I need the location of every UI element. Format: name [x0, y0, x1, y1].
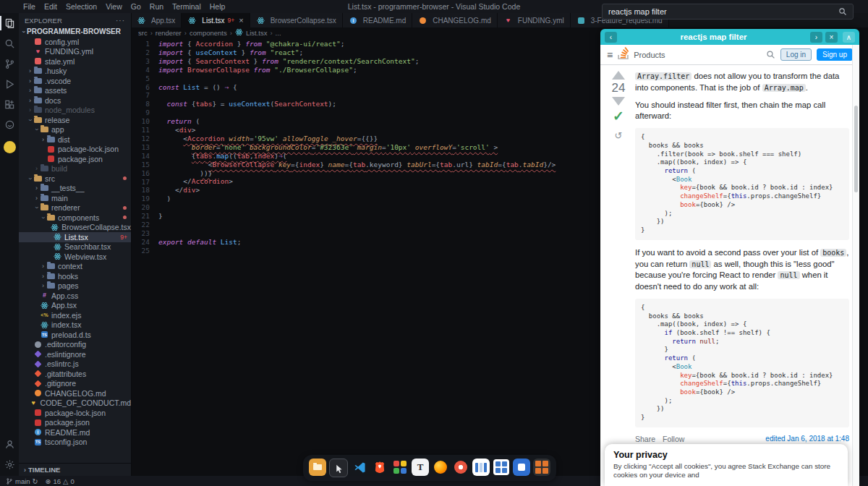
tree-item-pages[interactable]: ›pages — [19, 281, 131, 291]
tree-item-.eslintignore[interactable]: .eslintignore — [19, 349, 131, 359]
dock-icon-brave[interactable] — [371, 459, 388, 476]
tab-README.md[interactable]: iREADME.md — [343, 13, 412, 27]
dock-icon-orange[interactable] — [452, 459, 469, 476]
share-link[interactable]: Share — [635, 435, 655, 443]
app-search-bar[interactable]: reactjs map filter — [602, 4, 854, 20]
tree-item-tsconfig.json[interactable]: TStsconfig.json — [19, 438, 131, 448]
dock-icon-grid[interactable] — [493, 459, 510, 476]
tree-item-.vscode[interactable]: ›.vscode — [19, 76, 131, 86]
breadcrumb-item[interactable]: ... — [276, 29, 281, 37]
tree-item-docs[interactable]: ›docs — [19, 95, 131, 106]
tree-item-package-lock.json[interactable]: package-lock.json — [19, 145, 131, 155]
breadcrumb-item[interactable]: components — [190, 29, 227, 37]
back-button[interactable]: ‹ — [605, 32, 617, 43]
breadcrumb-item[interactable]: renderer — [156, 29, 182, 37]
dock-icon-tiles[interactable] — [533, 459, 550, 476]
tree-item-Searchbar.tsx[interactable]: Searchbar.tsx — [19, 242, 131, 252]
tree-item-app[interactable]: ›app — [19, 125, 131, 135]
explorer-icon[interactable] — [0, 13, 19, 33]
problems-indicator[interactable]: ⊗ 16 △ 0 — [46, 477, 75, 485]
tree-item-package.json[interactable]: package.json — [19, 154, 131, 164]
tree-item-Webview.tsx[interactable]: Webview.tsx — [19, 252, 131, 262]
login-button[interactable]: Log in — [780, 48, 812, 61]
tree-item-build[interactable]: ›build — [19, 164, 131, 174]
tree-item-FUNDING.yml[interactable]: ♥FUNDING.yml — [19, 47, 131, 57]
page-scrollbar[interactable] — [852, 45, 859, 486]
tree-item-App.tsx[interactable]: App.tsx — [19, 301, 131, 311]
tree-item-components[interactable]: ›components — [19, 213, 131, 223]
tree-item-src[interactable]: ›src — [19, 174, 131, 184]
dock-icon-firefox[interactable] — [432, 459, 449, 476]
dock-icon-pointer[interactable] — [329, 459, 348, 477]
tree-item-App.css[interactable]: #App.css — [19, 291, 131, 301]
tree-item-package.json[interactable]: package.json — [19, 418, 131, 428]
tree-item-README.md[interactable]: iREADME.md — [19, 427, 131, 438]
menu-go[interactable]: Go — [127, 2, 145, 11]
dock-icon-appblue[interactable] — [513, 459, 530, 476]
tree-item-stale.yml[interactable]: stale.yml — [19, 56, 131, 67]
tree-item-config.yml[interactable]: config.yml — [19, 37, 131, 47]
tree-item-context[interactable]: ›context — [19, 262, 131, 272]
menu-view[interactable]: View — [101, 2, 127, 11]
tab-BrowserCollapse.tsx[interactable]: BrowserCollapse.tsx — [250, 13, 343, 27]
source-control-icon[interactable] — [0, 54, 19, 74]
extension-avatar-icon[interactable] — [0, 135, 19, 155]
scrollbar-thumb[interactable] — [854, 106, 858, 192]
more-actions-icon[interactable]: ··· — [116, 17, 125, 25]
upvote-icon[interactable] — [612, 71, 625, 80]
tree-item-.husky[interactable]: ›.husky — [19, 67, 131, 77]
menu-edit[interactable]: Edit — [40, 2, 61, 11]
menu-terminal[interactable]: Terminal — [168, 2, 205, 11]
tree-item-.gitattributes[interactable]: .gitattributes — [19, 369, 131, 379]
breadcrumb-item[interactable]: src — [138, 29, 148, 37]
tree-item-.eslintrc.js[interactable]: .eslintrc.js — [19, 359, 131, 370]
forward-button[interactable]: › — [810, 32, 822, 43]
tree-item-main[interactable]: ›main — [19, 193, 131, 203]
tree-item-BrowserCollapse.tsx[interactable]: BrowserCollapse.tsx — [19, 223, 131, 233]
tab-List.tsx[interactable]: List.tsx9+× — [182, 13, 250, 27]
stackoverflow-logo-icon[interactable] — [618, 47, 629, 62]
search-icon[interactable] — [0, 33, 19, 54]
history-icon[interactable]: ↺ — [615, 130, 623, 141]
settings-gear-icon[interactable] — [0, 454, 19, 474]
tree-item-dist[interactable]: ›dist — [19, 135, 131, 145]
tree-item-assets[interactable]: ›assets — [19, 86, 131, 96]
tree-item-node_modules[interactable]: ›node_modules — [19, 106, 131, 116]
project-root[interactable]: › PROGRAMMER-BROWSER — [19, 27, 131, 37]
menu-help[interactable]: Help — [205, 2, 230, 11]
tab-App.tsx[interactable]: App.tsx — [131, 13, 182, 27]
dock-icon-files[interactable] — [309, 459, 326, 476]
run-debug-icon[interactable] — [0, 74, 19, 94]
search-icon[interactable] — [838, 7, 847, 16]
timeline-section[interactable]: › TIMELINE — [19, 463, 131, 476]
code-block[interactable]: { books && books .map((book, index) => {… — [635, 299, 849, 427]
branch-indicator[interactable]: main ↻ — [6, 477, 38, 485]
tab-FUNDING.yml[interactable]: ♥FUNDING.yml — [498, 13, 571, 27]
tree-item-hooks[interactable]: ›hooks — [19, 271, 131, 281]
follow-link[interactable]: Follow — [663, 435, 684, 443]
close-tab-icon[interactable]: × — [239, 16, 243, 25]
breadcrumb-item[interactable]: List.tsx — [246, 29, 268, 37]
search-icon[interactable] — [766, 50, 775, 59]
dock-icon-panels[interactable] — [472, 459, 490, 476]
downvote-icon[interactable] — [612, 97, 625, 106]
tree-item-renderer[interactable]: ›renderer — [19, 203, 131, 213]
dock-icon-text[interactable]: T — [412, 459, 429, 476]
menu-run[interactable]: Run — [145, 2, 168, 11]
edited-link[interactable]: edited Jan 6, 2018 at 1:48 — [765, 435, 849, 443]
tree-item-CODE_OF_CONDUCT.md[interactable]: ♥CODE_OF_CONDUCT.md — [19, 398, 131, 409]
hamburger-menu-icon[interactable]: ≡ — [607, 49, 613, 61]
dock-icon-colors[interactable] — [391, 459, 409, 476]
signup-button[interactable]: Sign up — [817, 48, 853, 61]
tree-item-.editorconfig[interactable]: .editorconfig — [19, 340, 131, 350]
tree-item-package-lock.json[interactable]: package-lock.json — [19, 408, 131, 418]
tree-item-CHANGELOG.md[interactable]: CHANGELOG.md — [19, 388, 131, 398]
menu-selection[interactable]: Selection — [61, 2, 101, 11]
collapse-button[interactable]: ∧ — [843, 32, 855, 43]
tree-item-index.tsx[interactable]: index.tsx — [19, 320, 131, 331]
extensions-icon[interactable] — [0, 94, 19, 114]
close-button[interactable]: × — [825, 32, 838, 43]
tree-item-__tests__[interactable]: ›__tests__ — [19, 184, 131, 194]
menu-file[interactable]: File — [19, 2, 40, 11]
nav-products[interactable]: Products — [634, 51, 665, 59]
